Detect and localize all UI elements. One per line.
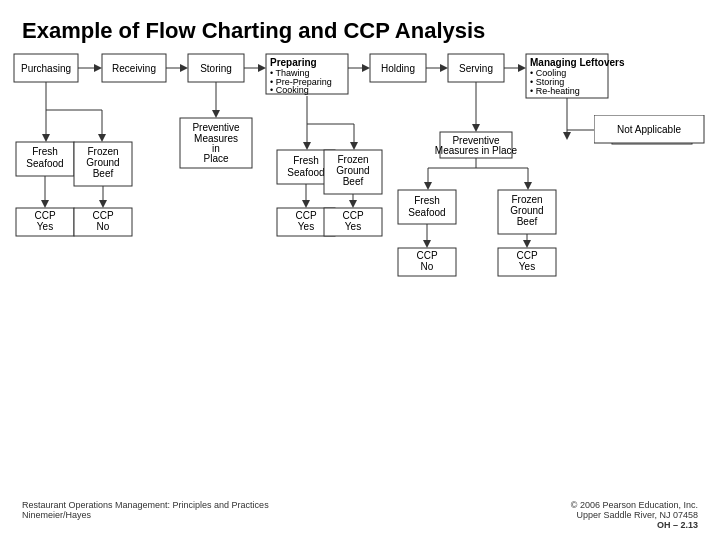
svg-marker-87 [563, 132, 571, 140]
fresh-seafood-1-label: Fresh [32, 146, 58, 157]
svg-text:Beef: Beef [517, 216, 538, 227]
receiving-label: Receiving [112, 63, 156, 74]
purchasing-label: Purchasing [21, 63, 71, 74]
storing-label: Storing [200, 63, 232, 74]
frozen-ground-beef-2-label: Frozen [337, 154, 368, 165]
svg-text:Yes: Yes [345, 221, 361, 232]
svg-marker-17 [518, 64, 526, 72]
serving-label: Serving [459, 63, 493, 74]
svg-marker-8 [258, 64, 266, 72]
fresh-seafood-2-label: Fresh [293, 155, 319, 166]
svg-marker-70 [424, 182, 432, 190]
svg-text:Beef: Beef [93, 168, 114, 179]
reheating-label: • Re-heating [530, 86, 580, 96]
svg-text:Seafood: Seafood [287, 167, 324, 178]
ccp-no-1-label: CCP [92, 210, 113, 221]
svg-text:Yes: Yes [519, 261, 535, 272]
fresh-seafood-3-label: Fresh [414, 195, 440, 206]
svg-marker-24 [98, 134, 106, 142]
svg-marker-2 [94, 64, 102, 72]
footer-right-line1: © 2006 Pearson Education, Inc. [571, 500, 698, 510]
svg-text:Ground: Ground [336, 165, 369, 176]
svg-text:Ground: Ground [86, 157, 119, 168]
footer-left: Restaurant Operations Management: Princi… [22, 500, 269, 530]
svg-marker-5 [180, 64, 188, 72]
svg-marker-49 [350, 142, 358, 150]
footer: Restaurant Operations Management: Princi… [22, 500, 698, 530]
ccp-yes-1-label: CCP [34, 210, 55, 221]
svg-text:Seafood: Seafood [26, 158, 63, 169]
svg-text:No: No [97, 221, 110, 232]
footer-left-line1: Restaurant Operations Management: Princi… [22, 500, 269, 510]
frozen-ground-beef-3-label: Frozen [511, 194, 542, 205]
flowchart-svg: Purchasing Receiving Storing Preparing •… [12, 52, 697, 452]
ccp-yes-4-label: CCP [516, 250, 537, 261]
svg-marker-37 [41, 200, 49, 208]
preventive-measures-1-label: Preventive [192, 122, 240, 133]
page-title: Example of Flow Charting and CCP Analysi… [22, 18, 698, 44]
page: Example of Flow Charting and CCP Analysi… [0, 0, 720, 540]
footer-right-line2: Upper Saddle River, NJ 07458 [571, 510, 698, 520]
svg-marker-47 [303, 142, 311, 150]
svg-marker-31 [212, 110, 220, 118]
not-applicable-text: Not Applicable [617, 124, 681, 135]
svg-marker-22 [42, 134, 50, 142]
ccp-no-2-label: CCP [416, 250, 437, 261]
preparing-label: Preparing [270, 57, 317, 68]
svg-text:Measures in Place: Measures in Place [435, 145, 518, 156]
svg-marker-72 [524, 182, 532, 190]
svg-marker-14 [440, 64, 448, 72]
svg-text:Yes: Yes [37, 221, 53, 232]
svg-marker-79 [423, 240, 431, 248]
footer-right: © 2006 Pearson Education, Inc. Upper Sad… [571, 500, 698, 530]
svg-marker-56 [302, 200, 310, 208]
svg-marker-64 [472, 124, 480, 132]
svg-text:Seafood: Seafood [408, 207, 445, 218]
cooking-label: • Cooking [270, 85, 309, 95]
svg-text:No: No [421, 261, 434, 272]
ccp-yes-2-label: CCP [295, 210, 316, 221]
svg-text:Ground: Ground [510, 205, 543, 216]
svg-text:Place: Place [203, 153, 228, 164]
frozen-ground-beef-1-label: Frozen [87, 146, 118, 157]
footer-left-line2: Ninemeier/Hayes [22, 510, 269, 520]
ccp-yes-3-label: CCP [342, 210, 363, 221]
svg-text:Beef: Beef [343, 176, 364, 187]
svg-marker-60 [349, 200, 357, 208]
managing-leftovers-label: Managing Leftovers [530, 57, 625, 68]
svg-marker-41 [99, 200, 107, 208]
svg-text:Yes: Yes [298, 221, 314, 232]
svg-marker-83 [523, 240, 531, 248]
not-applicable-svg: Not Applicable [594, 115, 714, 155]
holding-label: Holding [381, 63, 415, 74]
svg-marker-11 [362, 64, 370, 72]
footer-page: OH – 2.13 [571, 520, 698, 530]
